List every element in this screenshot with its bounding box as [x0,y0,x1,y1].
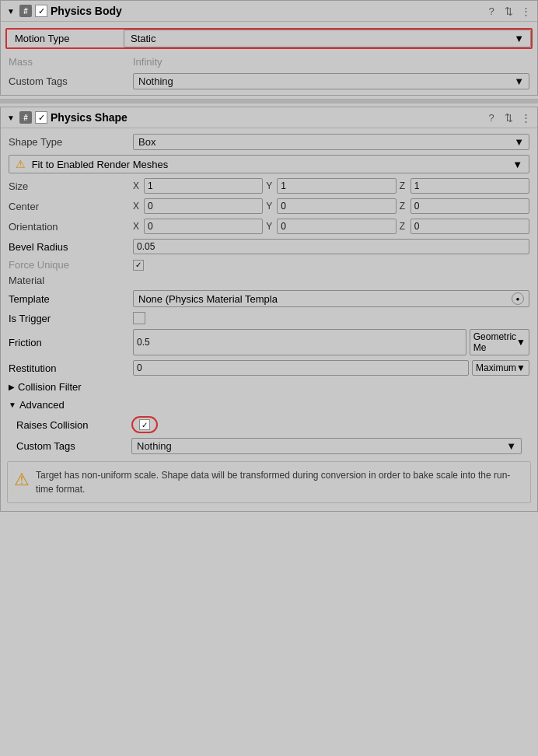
custom-tags-dropdown-wrapper: Nothing ▼ [133,73,529,89]
physics-shape-menu-btn[interactable]: ⋮ [519,110,533,124]
shape-type-row: Shape Type Box ▼ [1,131,537,152]
physics-body-help-btn[interactable]: ? [484,4,498,18]
physics-shape-header: ▼ # ✓ Physics Shape ? ⇅ ⋮ [1,107,537,128]
custom-tags-value: Nothing [138,75,173,87]
physics-body-header: ▼ # ✓ Physics Body ? ⇅ ⋮ [1,1,537,22]
physics-body-menu-btn[interactable]: ⋮ [519,4,533,18]
orientation-z-input[interactable] [410,219,529,234]
physics-body-panel: ▼ # ✓ Physics Body ? ⇅ ⋮ Motion Type Sta… [0,0,538,96]
center-x-group: X [133,198,263,214]
template-dropdown[interactable]: None (Physics Material Templa ● [133,290,529,307]
friction-mode-dropdown[interactable]: Geometric Me ▼ [470,329,529,355]
restitution-mode-arrow: ▼ [516,362,526,373]
size-y-input[interactable] [277,178,396,194]
friction-inputs: Geometric Me ▼ [133,329,529,355]
fit-button-row: ⚠ Fit to Enabled Render Meshes ▼ [1,152,537,176]
advanced-custom-tags-arrow: ▼ [506,440,516,452]
physics-shape-title: Physics Shape [51,111,481,124]
physics-body-title: Physics Body [51,5,481,17]
center-y-group: Y [266,198,396,214]
raises-collision-row: Raises Collision ✓ [1,414,537,436]
force-unique-label: Force Unique [9,259,133,271]
advanced-collapse[interactable]: ▼ [9,401,16,409]
orientation-x-letter: X [133,221,142,232]
orientation-fields: X Y Z [133,219,529,234]
orientation-y-letter: Y [266,221,275,232]
orientation-y-group: Y [266,219,396,234]
is-trigger-checkbox[interactable] [133,312,145,324]
collision-filter-collapse[interactable]: ▶ [9,383,15,391]
physics-shape-panel: ▼ # ✓ Physics Shape ? ⇅ ⋮ Shape Type Box… [0,107,538,512]
motion-type-value: Static [131,33,156,44]
advanced-custom-tags-value: Nothing [137,440,172,452]
custom-tags-dropdown[interactable]: Nothing ▼ [133,73,529,89]
size-z-group: Z [400,178,529,194]
center-x-input[interactable] [144,198,263,214]
size-label: Size [9,180,133,192]
fit-button-label: ⚠ Fit to Enabled Render Meshes [16,158,168,170]
motion-type-row: Motion Type Static ▼ [5,28,533,49]
mass-label: Mass [9,56,133,68]
raises-collision-checkbox[interactable]: ✓ [139,419,150,430]
warning-box: ⚠ Target has non-uniform scale. Shape da… [7,461,531,503]
size-x-input[interactable] [144,178,263,194]
template-circle-btn[interactable]: ● [512,292,524,305]
center-label: Center [9,201,133,212]
physics-body-enabled-checkbox[interactable]: ✓ [35,5,47,17]
warning-message: Target has non-uniform scale. Shape data… [36,468,524,496]
physics-shape-body: Shape Type Box ▼ ⚠ Fit to Enabled Render… [1,128,537,511]
physics-shape-hash-icon[interactable]: # [19,111,32,124]
physics-shape-help-btn[interactable]: ? [484,110,498,124]
physics-shape-sliders-btn[interactable]: ⇅ [501,110,515,124]
custom-tags-arrow: ▼ [514,75,524,87]
material-label: Material [9,275,44,286]
orientation-x-input[interactable] [144,219,263,234]
friction-label: Friction [9,337,133,348]
restitution-value-input[interactable] [133,360,469,376]
restitution-mode-dropdown[interactable]: Maximum ▼ [472,360,529,376]
orientation-z-letter: Z [400,221,409,232]
bevel-radius-row: Bevel Radius [1,236,537,257]
advanced-header: ▼ Advanced [1,396,537,414]
advanced-label: Advanced [19,399,65,411]
template-value: None (Physics Material Templa [138,293,278,305]
restitution-row: Restitution Maximum ▼ [1,358,537,378]
friction-value-input[interactable] [133,329,466,355]
advanced-custom-tags-dropdown[interactable]: Nothing ▼ [131,438,522,454]
bevel-radius-label: Bevel Radius [9,241,133,253]
size-y-group: Y [266,178,396,194]
motion-type-arrow: ▼ [514,33,524,44]
panel-separator [0,99,538,103]
orientation-y-input[interactable] [277,219,396,234]
force-unique-checkbox[interactable]: ✓ [133,260,144,271]
bevel-radius-input[interactable] [133,239,529,254]
template-label: Template [9,293,133,305]
advanced-custom-tags-label: Custom Tags [16,440,131,452]
fit-button[interactable]: ⚠ Fit to Enabled Render Meshes ▼ [9,155,529,173]
size-x-letter: X [133,180,142,191]
center-z-letter: Z [400,201,409,212]
physics-body-hash-icon[interactable]: # [19,5,32,17]
collision-filter-label: Collision Filter [18,381,82,393]
mass-row: Mass Infinity [1,52,537,71]
is-trigger-row: Is Trigger [1,310,537,327]
size-z-input[interactable] [410,178,529,194]
friction-mode-arrow: ▼ [516,337,526,348]
physics-shape-collapse[interactable]: ▼ [5,112,16,123]
physics-body-collapse[interactable]: ▼ [5,5,16,16]
motion-type-dropdown[interactable]: Static ▼ [124,30,531,47]
restitution-mode-value: Maximum [476,362,516,373]
friction-mode-value: Geometric Me [473,331,516,353]
shape-type-label: Shape Type [9,136,133,148]
shape-type-dropdown[interactable]: Box ▼ [133,134,529,150]
restitution-label: Restitution [9,362,133,374]
orientation-label: Orientation [9,221,133,233]
mass-value: Infinity [133,56,162,68]
center-y-input[interactable] [277,198,396,214]
physics-body-sliders-btn[interactable]: ⇅ [501,4,515,18]
fit-warning-icon: ⚠ [16,158,26,170]
shape-type-value: Box [138,136,155,148]
center-z-input[interactable] [410,198,529,214]
orientation-z-group: Z [400,219,529,234]
physics-shape-enabled-checkbox[interactable]: ✓ [35,111,47,124]
